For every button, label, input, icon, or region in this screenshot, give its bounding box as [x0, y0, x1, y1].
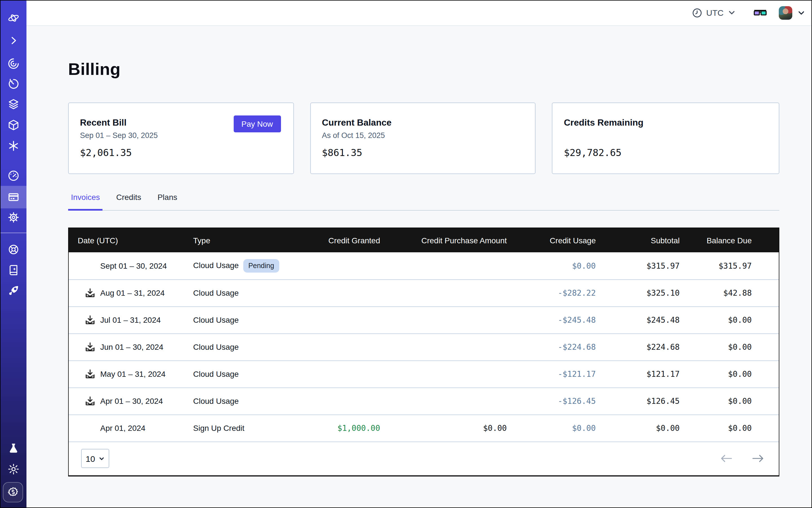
column-header: Credit Usage	[507, 228, 596, 252]
user-menu-chevron-icon[interactable]	[797, 8, 806, 17]
credit-granted-value	[306, 252, 380, 279]
credit-granted-value	[306, 387, 380, 415]
chevron-down-icon	[98, 455, 105, 462]
invoices-table: Date (UTC)TypeCredit GrantedCredit Purch…	[68, 227, 779, 476]
user-avatar[interactable]	[779, 6, 792, 19]
rocket-icon[interactable]	[0, 285, 27, 297]
timezone-selector[interactable]: UTC	[692, 8, 736, 18]
invoice-type: Cloud Usage	[193, 288, 239, 297]
download-invoice-button[interactable]	[84, 395, 96, 407]
credit-purchase-amount-value	[380, 333, 507, 361]
asterisk-icon[interactable]	[0, 140, 27, 152]
flask-icon[interactable]	[0, 442, 27, 455]
invoice-row: Apr 01, 2024Sign Up Credit$1,000.00$0.00…	[69, 415, 779, 441]
download-invoice-button[interactable]	[84, 368, 96, 380]
credit-granted-value	[306, 333, 380, 361]
settings-gear-icon[interactable]	[0, 211, 27, 223]
invoice-row: Apr 01 – 30, 2024Cloud Usage-$126.45$126…	[69, 387, 779, 415]
invoice-type: Cloud Usage	[193, 260, 239, 269]
download-invoice-button[interactable]	[84, 341, 96, 352]
topbar: UTC	[27, 0, 812, 26]
gauge-icon[interactable]	[0, 170, 27, 182]
credit-usage-value: -$282.22	[507, 279, 596, 306]
tab-plans[interactable]: Plans	[155, 193, 180, 210]
invoice-row: Sept 01 – 30, 2024Cloud UsagePending$0.0…	[69, 252, 779, 279]
balance-due-value: $315.97	[680, 252, 779, 279]
download-invoice-button[interactable]	[84, 287, 96, 298]
subtotal-value: $315.97	[596, 252, 680, 279]
balance-due-value: $0.00	[680, 415, 779, 441]
table-header-row: Date (UTC)TypeCredit GrantedCredit Purch…	[69, 228, 779, 252]
download-icon	[84, 314, 96, 326]
card-subtitle: As of Oct 15, 2025	[322, 131, 522, 140]
tab-credits[interactable]: Credits	[114, 193, 144, 210]
layers-icon[interactable]	[0, 98, 27, 111]
invoice-date: Jun 01 – 30, 2024	[100, 342, 163, 351]
history-timer-icon[interactable]	[0, 78, 27, 90]
invoice-row: May 01 – 31, 2024Cloud Usage-$121.17$121…	[69, 361, 779, 387]
subtotal-value: $325.10	[596, 279, 680, 306]
column-header: Credit Purchase Amount	[380, 228, 507, 252]
card-subtitle: Sep 01 – Sep 30, 2025	[80, 131, 281, 140]
credit-granted-value	[306, 306, 380, 333]
pay-now-button[interactable]: Pay Now	[233, 116, 281, 132]
credit-purchase-amount-value: $0.00	[380, 415, 507, 441]
credit-granted-value	[306, 361, 380, 387]
download-invoice-button[interactable]	[84, 314, 96, 326]
billing-tabs: Invoices Credits Plans	[68, 193, 779, 211]
invoice-row: Jul 01 – 31, 2024Cloud Usage-$245.48$245…	[69, 306, 779, 333]
app-window: UTC Billing	[0, 0, 812, 508]
reader-glasses-button[interactable]	[753, 7, 768, 18]
invoice-date: Apr 01, 2024	[100, 424, 145, 432]
column-header: Balance Due	[680, 228, 779, 252]
credit-purchase-amount-value	[380, 361, 507, 387]
invoice-row: Jun 01 – 30, 2024Cloud Usage-$224.68$224…	[69, 333, 779, 361]
subtotal-value: $126.45	[596, 387, 680, 415]
next-page-button[interactable]	[752, 455, 764, 462]
tab-invoices[interactable]: Invoices	[68, 193, 103, 211]
card-title: Current Balance	[322, 118, 522, 128]
invoice-date: Apr 01 – 30, 2024	[100, 396, 163, 406]
previous-page-button[interactable]	[720, 455, 733, 462]
credit-purchase-amount-value	[380, 252, 507, 279]
sidebar-expand-chevron-right-icon[interactable]	[0, 34, 27, 47]
page-title: Billing	[68, 58, 779, 80]
credits-coin-icon	[7, 486, 19, 499]
credit-usage-value: -$126.45	[507, 387, 596, 415]
invoice-type: Cloud Usage	[193, 370, 239, 378]
download-icon	[84, 368, 96, 380]
cube-icon[interactable]	[0, 119, 27, 131]
sidebar-item-billing[interactable]	[0, 186, 27, 208]
download-slot-empty	[84, 260, 96, 271]
helm-wheel-icon[interactable]	[0, 243, 27, 256]
page-size-value: 10	[86, 454, 95, 463]
billing-page: Billing Recent Bill Sep 01 – Sep 30, 202…	[27, 26, 812, 508]
card-amount: $29,782.65	[564, 147, 766, 158]
credit-granted-value	[306, 279, 380, 306]
invoice-row: Aug 01 – 31, 2024Cloud Usage-$282.22$325…	[69, 279, 779, 306]
credit-purchase-amount-value	[380, 387, 507, 415]
invoice-date: Aug 01 – 31, 2024	[100, 288, 165, 297]
balance-due-value: $42.88	[680, 279, 779, 306]
sidebar	[0, 0, 27, 508]
credit-usage-value: -$121.17	[507, 361, 596, 387]
radar-spiral-icon[interactable]	[0, 57, 27, 70]
subtotal-value: $121.17	[596, 361, 680, 387]
page-size-select[interactable]: 10	[81, 449, 109, 468]
credits-coin-button[interactable]	[3, 482, 23, 502]
pagination: 10	[69, 442, 779, 475]
current-balance-card: Current Balance As of Oct 15, 2025 $861.…	[310, 102, 536, 174]
download-icon	[84, 341, 96, 352]
invoice-type: Cloud Usage	[193, 315, 239, 325]
recent-bill-card: Recent Bill Sep 01 – Sep 30, 2025 $2,061…	[68, 102, 294, 174]
sidebar-divider	[0, 232, 27, 233]
logo-orbit-icon[interactable]	[0, 12, 27, 24]
invoice-type: Cloud Usage	[193, 396, 239, 406]
subtotal-value: $224.68	[596, 333, 680, 361]
column-header: Credit Granted	[306, 228, 380, 252]
credit-granted-value: $1,000.00	[306, 415, 380, 441]
card-subtitle	[564, 131, 766, 140]
card-amount: $2,061.35	[80, 147, 281, 158]
sun-icon[interactable]	[0, 463, 27, 475]
docs-book-icon[interactable]	[0, 263, 27, 276]
